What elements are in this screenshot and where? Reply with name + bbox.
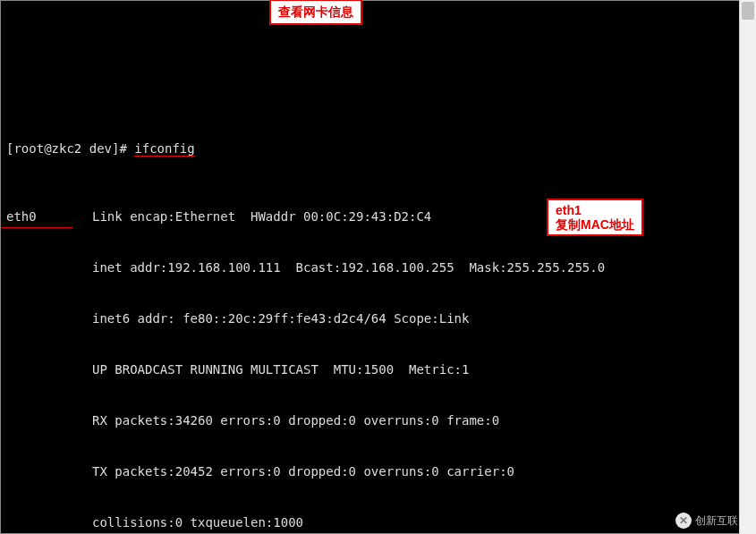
output-text: collisions:0 txqueuelen:1000 xyxy=(92,515,303,530)
eth0-line-5: RX packets:34260 errors:0 dropped:0 over… xyxy=(6,412,734,429)
eth1-pointer-line xyxy=(1,227,72,228)
output-text: Link encap:Ethernet HWaddr 00:0C:29:43:D… xyxy=(92,209,431,224)
eth0-line-7: collisions:0 txqueuelen:1000 xyxy=(6,514,734,531)
iface-name: eth0 xyxy=(6,208,92,225)
eth0-line-2: inet addr:192.168.100.111 Bcast:192.168.… xyxy=(6,259,734,276)
command: ifconfig xyxy=(134,141,194,157)
eth0-line-3: inet6 addr: fe80::20c:29ff:fe43:d2c4/64 … xyxy=(6,310,734,327)
vertical-scrollbar[interactable] xyxy=(739,0,756,534)
prompt: [root@zkc2 dev]# xyxy=(6,141,134,156)
terminal-window[interactable]: 查看网卡信息 eth1 复制MAC地址 [root@zkc2 dev]# ifc… xyxy=(0,0,740,534)
annotation-right: eth1 复制MAC地址 xyxy=(547,199,643,236)
annotation-top: 查看网卡信息 xyxy=(269,0,362,25)
eth0-line-6: TX packets:20452 errors:0 dropped:0 over… xyxy=(6,463,734,480)
watermark: ✕创新互联 xyxy=(675,513,738,529)
logo-icon: ✕ xyxy=(675,513,692,529)
scrollbar-thumb[interactable] xyxy=(742,2,754,20)
output-text: inet6 addr: fe80::20c:29ff:fe43:d2c4/64 … xyxy=(92,311,469,326)
output-text: inet addr:192.168.100.111 Bcast:192.168.… xyxy=(92,260,605,275)
watermark-text: 创新互联 xyxy=(695,514,738,527)
prompt-line-1: [root@zkc2 dev]# ifconfig xyxy=(6,140,734,157)
output-text: UP BROADCAST RUNNING MULTICAST MTU:1500 … xyxy=(92,362,469,377)
eth0-line-4: UP BROADCAST RUNNING MULTICAST MTU:1500 … xyxy=(6,361,734,378)
output-text: RX packets:34260 errors:0 dropped:0 over… xyxy=(92,413,499,428)
output-text: TX packets:20452 errors:0 dropped:0 over… xyxy=(92,464,514,479)
